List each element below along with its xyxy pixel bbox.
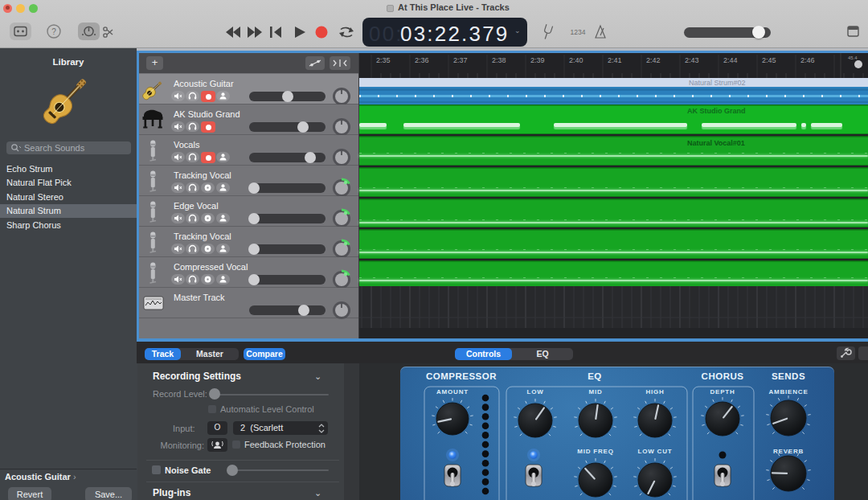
svg-text:CHORUS: CHORUS — [702, 371, 744, 381]
svg-text:?: ? — [51, 27, 56, 36]
svg-text:DEPTH: DEPTH — [710, 388, 735, 395]
svg-text:2:38: 2:38 — [492, 56, 506, 64]
svg-text:2:37: 2:37 — [453, 56, 468, 64]
svg-text:2:40: 2:40 — [569, 56, 583, 64]
svg-text:2:42: 2:42 — [646, 56, 661, 64]
svg-text:2:44: 2:44 — [723, 56, 738, 64]
svg-text:AMBIENCE: AMBIENCE — [768, 388, 808, 395]
svg-text:2:36: 2:36 — [415, 56, 429, 64]
svg-text:2:45: 2:45 — [762, 56, 776, 64]
svg-text:1234: 1234 — [571, 28, 586, 36]
svg-text:LOW CUT: LOW CUT — [638, 448, 673, 455]
svg-text:MID: MID — [588, 388, 602, 395]
svg-text:EQ: EQ — [588, 371, 602, 381]
svg-text:2:46: 2:46 — [800, 56, 815, 64]
svg-text:MID FREQ: MID FREQ — [577, 448, 614, 455]
svg-text:2:41: 2:41 — [608, 56, 622, 64]
svg-text:SENDS: SENDS — [772, 371, 805, 381]
svg-text:COMPRESSOR: COMPRESSOR — [426, 371, 497, 381]
svg-text:2:39: 2:39 — [530, 56, 545, 64]
svg-text:AMOUNT: AMOUNT — [436, 388, 469, 395]
svg-text:LOW: LOW — [526, 388, 543, 395]
svg-text:2:43: 2:43 — [685, 56, 699, 64]
svg-text:45.4: 45.4 — [848, 55, 858, 60]
svg-text:2:35: 2:35 — [376, 56, 391, 64]
svg-text:HIGH: HIGH — [645, 388, 664, 395]
